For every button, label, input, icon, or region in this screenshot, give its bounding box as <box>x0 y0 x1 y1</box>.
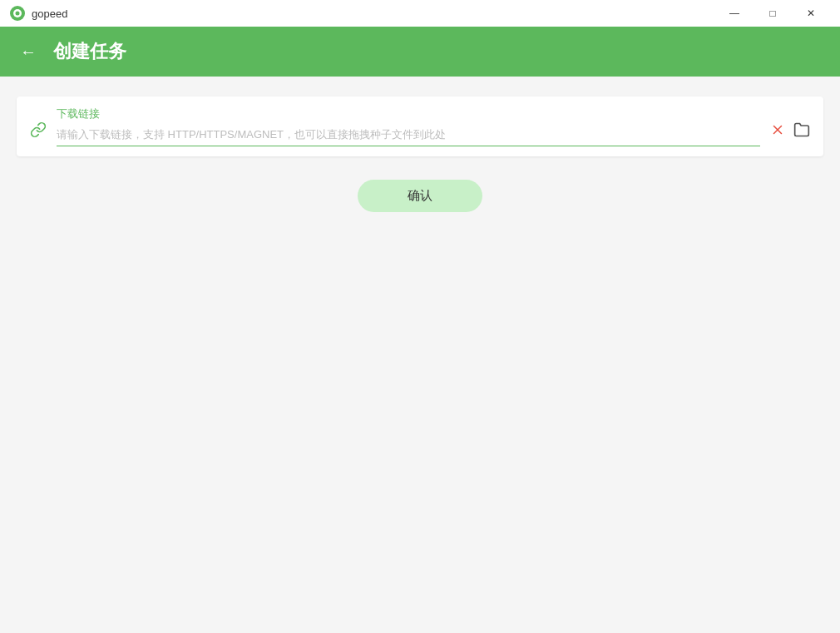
url-section: 下载链接 <box>17 96 823 156</box>
folder-button[interactable] <box>793 121 810 138</box>
page-title: 创建任务 <box>53 39 126 64</box>
svg-point-2 <box>16 12 20 16</box>
title-bar-controls: — □ ✕ <box>715 0 830 27</box>
title-bar: gopeed — □ ✕ <box>0 0 840 27</box>
url-input-wrapper: 下载链接 <box>57 106 760 146</box>
confirm-section: 确认 <box>17 180 823 212</box>
url-label: 下载链接 <box>57 106 760 121</box>
maximize-button[interactable]: □ <box>754 0 792 27</box>
link-icon <box>30 121 47 138</box>
title-bar-left: gopeed <box>10 6 67 21</box>
minimize-button[interactable]: — <box>715 0 754 27</box>
folder-icon <box>793 121 810 138</box>
close-button[interactable]: ✕ <box>792 0 830 27</box>
main-content: 下载链接 确认 <box>0 77 840 633</box>
confirm-button[interactable]: 确认 <box>358 180 482 212</box>
app-logo-icon <box>10 6 25 21</box>
clear-button[interactable] <box>770 122 785 137</box>
url-actions <box>770 121 810 138</box>
header-bar: ← 创建任务 <box>0 27 840 77</box>
url-input[interactable] <box>57 125 760 146</box>
clear-icon <box>770 122 785 137</box>
back-button[interactable]: ← <box>17 39 40 65</box>
app-name-label: gopeed <box>32 7 67 20</box>
